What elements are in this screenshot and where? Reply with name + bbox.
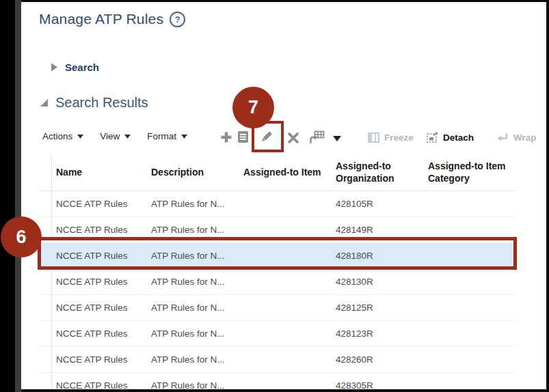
table-cell <box>424 191 515 216</box>
table-cell: 428180R <box>332 243 424 268</box>
table-row[interactable]: NCCE ATP RulesATP Rules for N...428123R <box>40 321 515 347</box>
view-menu[interactable]: View <box>100 131 131 141</box>
table-cell <box>424 217 515 242</box>
table-cell: NCCE ATP Rules <box>52 321 147 346</box>
search-section-label: Search <box>65 61 99 73</box>
table-cell: NCCE ATP Rules <box>52 347 147 372</box>
freeze-label: Freeze <box>384 132 414 143</box>
table-cell: ATP Rules for N... <box>147 295 239 320</box>
edit-pencil-icon <box>259 130 273 144</box>
table-cell: 428125R <box>332 295 424 320</box>
table-cell: ATP Rules for N... <box>147 321 239 346</box>
add-row-button[interactable] <box>220 131 232 143</box>
table-body: NCCE ATP RulesATP Rules for N...428105RN… <box>40 191 515 392</box>
table-row[interactable]: NCCE ATP RulesATP Rules for N...428180R <box>40 243 515 269</box>
row-selector-cell[interactable] <box>40 269 52 294</box>
window-left-border <box>15 0 21 392</box>
table-cell <box>239 347 332 372</box>
edit-button[interactable] <box>259 130 273 144</box>
duplicate-button[interactable] <box>237 130 249 143</box>
row-selector-cell[interactable] <box>40 191 52 216</box>
callout-step-6: 6 <box>1 216 42 257</box>
table-cell: ATP Rules for N... <box>147 269 239 294</box>
header-selector-cell <box>40 154 52 191</box>
search-results-section-header[interactable]: Search Results <box>40 95 148 111</box>
freeze-icon <box>368 132 379 143</box>
column-header-assigned-to-organization[interactable]: Assigned-to Organization <box>332 154 424 191</box>
table-cell: ATP Rules for N... <box>147 217 239 242</box>
format-menu-label: Format <box>147 131 176 141</box>
column-header-assigned-to-item[interactable]: Assigned-to Item <box>239 154 332 191</box>
detach-label: Detach <box>443 132 474 143</box>
table-cell <box>424 269 515 294</box>
table-row[interactable]: NCCE ATP RulesATP Rules for N...428105R <box>40 191 515 217</box>
table-cell: ATP Rules for N... <box>147 191 239 216</box>
column-header-description[interactable]: Description <box>147 154 239 191</box>
table-row[interactable]: NCCE ATP RulesATP Rules for N...428130R <box>40 269 515 295</box>
table-cell <box>424 347 515 372</box>
wrap-label: Wrap <box>513 132 537 143</box>
table-cell: 428149R <box>332 217 424 242</box>
help-icon[interactable]: ? <box>170 12 185 27</box>
view-menu-label: View <box>100 131 120 141</box>
table-cell <box>424 295 515 320</box>
table-cell <box>424 321 515 346</box>
table-cell: NCCE ATP Rules <box>52 191 147 216</box>
row-selector-cell[interactable] <box>40 243 52 268</box>
table-cell: NCCE ATP Rules <box>52 217 147 242</box>
search-results-table: Name Description Assigned-to Item Assign… <box>40 154 515 392</box>
table-cell: 428305R <box>332 373 424 392</box>
row-selector-cell[interactable] <box>40 347 52 372</box>
table-row[interactable]: NCCE ATP RulesATP Rules for N...428125R <box>40 295 515 321</box>
callout-step-7: 7 <box>232 87 274 128</box>
table-cell: 428123R <box>332 321 424 346</box>
delete-icon <box>287 132 299 144</box>
format-menu[interactable]: Format <box>147 131 187 141</box>
wrap-button: Wrap <box>496 130 537 145</box>
search-results-label: Search Results <box>55 95 148 111</box>
add-icon <box>220 131 232 143</box>
column-header-assigned-to-item-category[interactable]: Assigned-to Item Category <box>424 154 515 191</box>
row-selector-cell[interactable] <box>40 321 52 346</box>
table-row[interactable]: NCCE ATP RulesATP Rules for N...428149R <box>40 217 515 243</box>
query-by-example-icon <box>309 130 325 144</box>
more-actions-button[interactable] <box>333 136 341 141</box>
table-cell <box>424 243 515 268</box>
table-header-row: Name Description Assigned-to Item Assign… <box>40 154 515 191</box>
table-row[interactable]: NCCE ATP RulesATP Rules for N...428260R <box>40 347 515 373</box>
column-header-name[interactable]: Name <box>52 154 147 191</box>
table-cell <box>239 269 332 294</box>
expanded-triangle-icon <box>40 98 49 107</box>
actions-menu[interactable]: Actions <box>42 131 83 141</box>
table-cell <box>239 217 332 242</box>
more-caret-icon <box>333 136 341 141</box>
table-cell: NCCE ATP Rules <box>52 243 147 268</box>
table-cell <box>239 373 332 392</box>
table-cell: 428105R <box>332 191 424 216</box>
toolbar-menus: Actions View Format <box>42 131 187 141</box>
freeze-button: Freeze <box>368 130 414 145</box>
table-cell <box>239 295 332 320</box>
row-selector-cell[interactable] <box>40 373 52 392</box>
search-section-header[interactable]: Search <box>51 61 99 73</box>
detach-button[interactable]: Detach <box>426 130 474 145</box>
table-cell <box>239 321 332 346</box>
row-selector-cell[interactable] <box>40 295 52 320</box>
table-cell: NCCE ATP Rules <box>52 373 147 392</box>
detach-icon <box>426 131 438 143</box>
table-cell: NCCE ATP Rules <box>52 295 147 320</box>
dropdown-caret-icon <box>124 135 131 139</box>
table-cell <box>239 191 332 216</box>
table-cell <box>239 243 332 268</box>
table-cell: ATP Rules for N... <box>147 347 239 372</box>
table-cell: NCCE ATP Rules <box>52 269 147 294</box>
delete-button[interactable] <box>287 132 299 144</box>
table-row[interactable]: NCCE ATP RulesATP Rules for N...428305R <box>40 373 515 392</box>
table-cell: 428130R <box>332 269 424 294</box>
query-by-example-button[interactable] <box>309 130 325 144</box>
screenshot-left-black-margin <box>0 0 15 392</box>
page-header: Manage ATP Rules ? <box>39 11 185 27</box>
collapsed-triangle-icon <box>51 63 58 72</box>
table-cell <box>424 373 515 392</box>
wrap-icon <box>496 132 509 143</box>
